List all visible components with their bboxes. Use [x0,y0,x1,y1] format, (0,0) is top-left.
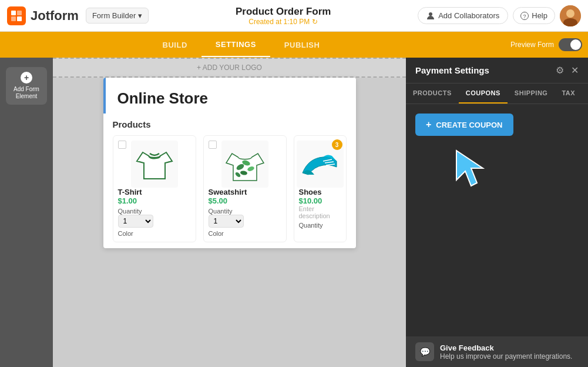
logo-text: Jotform [31,8,79,24]
svg-marker-22 [456,151,483,186]
store-title: Online Store [117,89,344,108]
shoes-qty-label: Quantity [299,222,323,229]
cursor-area [451,148,579,191]
create-coupon-plus-icon: + [426,119,431,130]
tshirt-qty-label: Quantity [118,208,142,215]
right-nav: Add Collaborators ? Help [418,5,581,26]
sweatshirt-qty-label: Quantity [209,208,233,215]
tshirt-quantity-select[interactable]: 1 [118,215,153,228]
canvas-wrapper: Online Store Products [53,78,406,248]
svg-rect-4 [17,16,22,21]
tab-shipping[interactable]: SHIPPING [508,84,555,104]
create-coupon-label: CREATE COUPON [436,121,502,129]
panel-content: + CREATE COUPON [406,104,588,367]
products-section: Products [103,114,356,248]
form-subtitle: Created at 1:10 PM ↻ [156,18,411,26]
person-icon [426,12,435,20]
tshirt-color-label: Color [118,230,133,237]
logo-area: Jotform [7,6,79,25]
tab-coupons[interactable]: COUPONS [459,84,508,104]
tab-settings[interactable]: SETTINGS [201,33,270,57]
form-title-area: Product Order Form Created at 1:10 PM ↻ [156,6,411,26]
create-coupon-button[interactable]: + CREATE COUPON [415,114,513,136]
feedback-bar: 💬 Give Feedback Help us improve our paym… [406,336,588,367]
feedback-title: Give Feedback [440,343,572,352]
shoes-price: $10.00 [299,196,322,205]
shoes-desc: Enter description [299,205,341,219]
preview-label: Preview Form [510,41,554,49]
preview-toggle[interactable] [559,38,582,51]
svg-point-9 [566,9,574,18]
chat-bubble-icon: 💬 [415,342,434,361]
preview-area: Preview Form [510,38,582,51]
form-builder-label: Form Builder [92,11,136,20]
products-grid: T-Shirt $1.00 Quantity 1 Color [113,135,347,242]
product-card-shoes: 3 S [294,135,347,242]
shoes-badge: 3 [332,139,342,150]
product-card-sweatshirt: Sweatshirt $5.00 Quantity 1 Color [203,135,287,242]
tshirt-checkbox[interactable] [118,141,126,149]
canvas-area: + ADD YOUR LOGO Online Store Products [53,58,406,367]
tab-nav: BUILD SETTINGS PUBLISH Preview Form [0,32,588,58]
tab-products[interactable]: PRODUCTS [406,84,459,104]
sweatshirt-image [221,141,268,188]
svg-rect-3 [11,16,16,21]
sweatshirt-name: Sweatshirt [209,188,247,196]
payment-settings-panel: Payment Settings ⚙ ✕ PRODUCTS COUPONS SH… [406,58,588,367]
tab-publish[interactable]: PUBLISH [270,34,334,56]
products-label: Products [113,119,347,129]
form-title: Product Order Form [156,6,411,18]
tab-build[interactable]: BUILD [149,34,201,56]
question-icon: ? [520,12,529,20]
help-button[interactable]: ? Help [513,7,555,24]
avatar[interactable] [560,5,581,26]
tshirt-name: T-Shirt [118,188,142,196]
tshirt-image [131,141,178,188]
svg-rect-0 [7,6,26,25]
svg-text:?: ? [523,14,526,19]
main-area: + Add Form Element + ADD YOUR LOGO Onlin… [0,58,588,367]
close-icon[interactable]: ✕ [571,65,579,76]
panel-header: Payment Settings ⚙ ✕ [406,58,588,84]
svg-rect-1 [11,11,16,15]
panel-title: Payment Settings [415,65,489,75]
top-nav: Jotform Form Builder ▾ Product Order For… [0,0,588,32]
panel-header-icons: ⚙ ✕ [556,65,579,76]
svg-point-5 [429,12,432,16]
chevron-down-icon: ▾ [138,11,142,20]
tab-tax[interactable]: TAX [555,84,582,104]
cursor-arrow-icon [451,148,492,189]
add-form-element-button[interactable]: + Add Form Element [6,67,47,105]
shoes-name: Shoes [299,188,322,196]
add-element-label: Add Form Element [12,86,41,100]
sweatshirt-color-label: Color [209,230,224,237]
feedback-text-area: Give Feedback Help us improve our paymen… [440,343,572,361]
sweatshirt-price: $5.00 [209,196,228,205]
product-card-tshirt: T-Shirt $1.00 Quantity 1 Color [113,135,196,242]
avatar-image [560,5,581,26]
add-logo-bar[interactable]: + ADD YOUR LOGO [53,58,406,78]
tshirt-price: $1.00 [118,196,137,205]
add-collaborators-button[interactable]: Add Collaborators [418,7,508,24]
form-card: Online Store Products [103,78,356,248]
sweatshirt-quantity-select[interactable]: 1 [209,215,244,228]
settings-gear-icon[interactable]: ⚙ [556,65,564,76]
tab-invoice[interactable]: INVOICE [582,84,588,104]
form-builder-button[interactable]: Form Builder ▾ [86,8,149,24]
panel-tabs: PRODUCTS COUPONS SHIPPING TAX INVOICE [406,84,588,104]
form-card-header: Online Store [103,78,356,114]
sweatshirt-checkbox[interactable] [209,141,217,149]
svg-rect-2 [17,11,22,15]
plus-icon: + [21,72,32,84]
refresh-icon: ↻ [312,18,318,26]
left-sidebar: + Add Form Element [0,58,53,367]
feedback-description: Help us improve our payment integrations… [440,352,572,361]
jotform-logo-icon [7,6,26,25]
